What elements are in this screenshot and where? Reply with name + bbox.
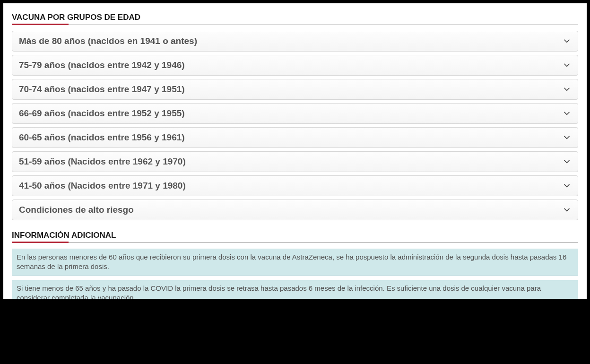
accordion-item-5[interactable]: 51-59 años (Nacidos entre 1962 y 1970) [12, 151, 578, 172]
arrow-down-icon [563, 109, 571, 118]
arrow-down-icon [563, 206, 571, 214]
accordion-label: Más de 80 años (nacidos en 1941 o antes) [19, 36, 197, 46]
accordion-label: 51-59 años (Nacidos entre 1962 y 1970) [19, 156, 186, 167]
accordion-label: 70-74 años (nacidos entre 1947 y 1951) [19, 84, 185, 95]
accordion-item-7[interactable]: Condiciones de alto riesgo [12, 199, 578, 220]
section-header-additional-info: INFORMACIÓN ADICIONAL [12, 231, 578, 243]
accordion-item-6[interactable]: 41-50 años (Nacidos entre 1971 y 1980) [12, 175, 578, 196]
accordion-label: 41-50 años (Nacidos entre 1971 y 1980) [19, 181, 186, 191]
accordion-label: 66-69 años (nacidos entre 1952 y 1955) [19, 108, 185, 119]
accordion-item-2[interactable]: 70-74 años (nacidos entre 1947 y 1951) [12, 79, 578, 100]
accordion-item-0[interactable]: Más de 80 años (nacidos en 1941 o antes) [12, 31, 578, 52]
arrow-down-icon [563, 157, 571, 166]
accordion-label: 60-65 años (nacidos entre 1956 y 1961) [19, 132, 185, 143]
accordion-label: 75-79 años (nacidos entre 1942 y 1946) [19, 60, 185, 70]
arrow-down-icon [563, 133, 571, 142]
accordion-age-groups: Más de 80 años (nacidos en 1941 o antes)… [12, 31, 578, 220]
accordion-item-3[interactable]: 66-69 años (nacidos entre 1952 y 1955) [12, 103, 578, 124]
arrow-down-icon [563, 37, 571, 45]
info-box-covid-recovery: Si tiene menos de 65 años y ha pasado la… [12, 280, 578, 299]
arrow-down-icon [563, 61, 571, 69]
accordion-item-4[interactable]: 60-65 años (nacidos entre 1956 y 1961) [12, 127, 578, 148]
accordion-label: Condiciones de alto riesgo [19, 205, 134, 215]
arrow-down-icon [563, 85, 571, 94]
section-header-age-groups: VACUNA POR GRUPOS DE EDAD [12, 13, 578, 25]
info-box-astrazeneca: En las personas menores de 60 años que r… [12, 249, 578, 276]
arrow-down-icon [563, 182, 571, 190]
accordion-item-1[interactable]: 75-79 años (nacidos entre 1942 y 1946) [12, 55, 578, 76]
